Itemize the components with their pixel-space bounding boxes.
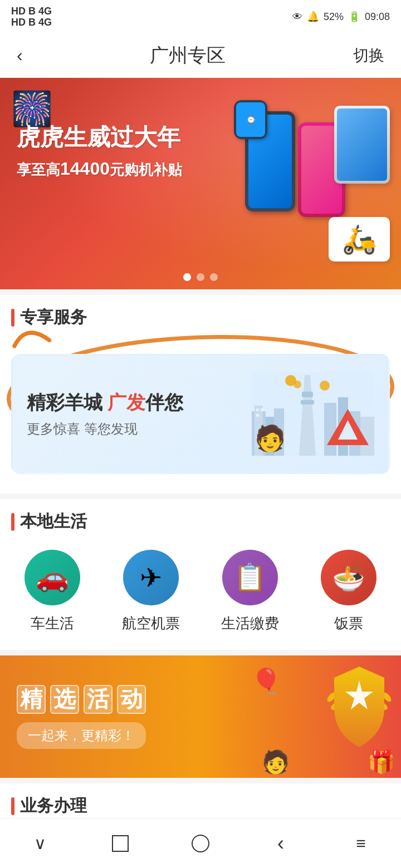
time-display: 09:08 (365, 11, 390, 23)
back-button[interactable]: ‹ (17, 45, 23, 66)
dot-1 (183, 273, 191, 281)
icon-utility-payment[interactable]: 📋 生活缴费 (203, 550, 297, 633)
exclusive-service-title: 专享服务 (20, 306, 87, 329)
section-indicator (11, 309, 14, 327)
banner-text-content: 虎虎生威过大年 享至高14400元购机补贴 (17, 122, 182, 180)
local-life-icons: 🚗 车生活 ✈ 航空机票 📋 生活缴费 🍜 饭票 (0, 539, 401, 650)
activity-banner[interactable]: 精 选 活 动 一起来，更精彩！ 🎈 (0, 655, 401, 778)
status-bar: HD B 4G HD B 4G 👁 🔔 52% 🔋 09:08 (0, 0, 401, 33)
flight-ticket-circle: ✈ (123, 550, 179, 605)
flight-ticket-label: 航空机票 (122, 614, 180, 633)
banner-dots (183, 273, 218, 281)
back-nav-icon: ‹ (277, 832, 284, 855)
icon-car-life[interactable]: 🚗 车生活 (6, 550, 99, 633)
bubble-2 (294, 381, 301, 388)
network-top: HD B 4G (11, 6, 52, 16)
meal-voucher-label: 饭票 (334, 614, 363, 633)
car-life-label: 车生活 (31, 614, 74, 633)
car-life-circle: 🚗 (25, 550, 80, 605)
shield-decoration (323, 661, 395, 750)
activity-title-box: 精 选 活 动 (17, 685, 228, 714)
banner-subtitle: 享至高14400元购机补贴 (17, 159, 182, 180)
nav-back[interactable]: ‹ (258, 827, 303, 860)
banner-main-title: 虎虎生威过大年 (17, 122, 182, 153)
activity-char-1: 精 (17, 685, 46, 714)
brand-logo-a (327, 409, 369, 450)
activity-banner-left: 精 选 活 动 一起来，更精彩！ (0, 674, 245, 760)
activity-subtitle: 一起来，更精彩！ (17, 722, 146, 749)
service-banner-illustration: 🧑 (252, 372, 374, 456)
activity-person: 🧑 (262, 749, 290, 775)
service-main-title: 精彩羊城 广发伴您 (27, 390, 252, 416)
service-sub-title: 更多惊喜 等您发现 (27, 420, 252, 438)
local-life-title: 本地生活 (20, 510, 87, 533)
battery-icon: 🔋 (348, 11, 360, 23)
activity-char-4: 动 (117, 685, 146, 714)
signal-info: HD B 4G HD B 4G (11, 6, 52, 27)
person-figure: 🧑 (255, 423, 286, 453)
square-icon (112, 835, 129, 852)
status-icons: 👁 🔔 52% 🔋 09:08 (292, 11, 390, 23)
exclusive-service-header: 专享服务 (0, 295, 401, 334)
local-life-indicator (11, 513, 14, 531)
network-bottom: HD B 4G (11, 17, 52, 27)
svg-rect-7 (302, 392, 313, 397)
activity-char-2: 选 (50, 685, 79, 714)
menu-icon: ≡ (356, 834, 366, 853)
bubble-3 (320, 381, 330, 391)
nav-home[interactable] (178, 827, 223, 860)
navigation-bar: ‹ 广州专区 切换 (0, 33, 401, 78)
bottom-navigation: ∨ ‹ ≡ (0, 818, 401, 868)
svg-rect-14 (261, 408, 263, 411)
gift-icon: 🎁 (368, 749, 395, 775)
switch-button[interactable]: 切换 (353, 45, 384, 66)
local-life-section: 本地生活 🚗 车生活 ✈ 航空机票 📋 生活缴费 🍜 饭票 (0, 499, 401, 650)
activity-char-3: 活 (84, 685, 113, 714)
icon-meal-voucher[interactable]: 🍜 饭票 (302, 550, 396, 633)
icon-flight-ticket[interactable]: ✈ 航空机票 (105, 550, 198, 633)
business-indicator (11, 797, 14, 815)
utility-payment-circle: 📋 (222, 550, 278, 605)
nav-menu[interactable]: ≡ (339, 827, 383, 860)
activity-banner-right: 🎈 (245, 655, 401, 778)
exclusive-service-card[interactable]: 精彩羊城 广发伴您 更多惊喜 等您发现 (0, 334, 401, 494)
balloon-icon: 🎈 (251, 667, 282, 696)
eye-icon: 👁 (292, 11, 302, 23)
service-banner-left: 精彩羊城 广发伴您 更多惊喜 等您发现 (27, 390, 252, 438)
business-section-title: 业务办理 (20, 795, 87, 817)
svg-rect-13 (256, 408, 259, 411)
business-section-header: 业务办理 (0, 783, 401, 823)
service-banner-card[interactable]: 精彩羊城 广发伴您 更多惊喜 等您发现 (11, 354, 390, 474)
battery-percent: 52% (324, 11, 344, 23)
local-life-header: 本地生活 (0, 499, 401, 539)
bell-icon: 🔔 (307, 11, 319, 23)
banner-devices: ⌚ 🛵 (206, 89, 395, 267)
svg-rect-15 (256, 414, 259, 417)
down-icon: ∨ (34, 834, 46, 853)
nav-square[interactable] (98, 827, 143, 860)
hero-banner[interactable]: 🎆 虎虎生威过大年 享至高14400元购机补贴 ⌚ 🛵 (0, 78, 401, 289)
dot-2 (197, 273, 204, 281)
dot-3 (210, 273, 218, 281)
utility-payment-label: 生活缴费 (221, 614, 279, 633)
svg-rect-8 (301, 400, 314, 405)
page-title: 广州专区 (150, 43, 226, 68)
circle-icon (192, 835, 209, 852)
meal-voucher-circle: 🍜 (321, 550, 376, 605)
nav-down-arrow[interactable]: ∨ (18, 827, 62, 860)
